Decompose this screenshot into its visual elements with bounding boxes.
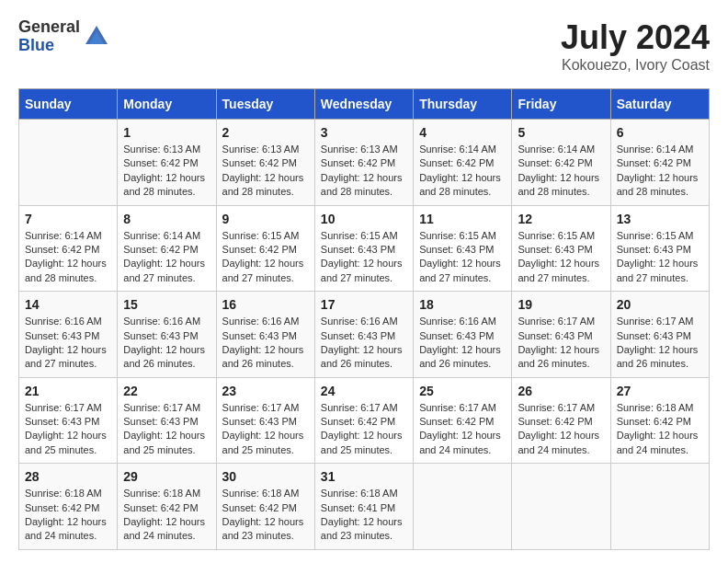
calendar-cell: 2Sunrise: 6:13 AM Sunset: 6:42 PM Daylig…: [216, 120, 314, 206]
day-info: Sunrise: 6:13 AM Sunset: 6:42 PM Dayligh…: [123, 143, 210, 200]
header: General Blue July 2024 Kokouezo, Ivory C…: [18, 18, 710, 74]
logo-icon: [84, 24, 109, 50]
day-info: Sunrise: 6:14 AM Sunset: 6:42 PM Dayligh…: [617, 143, 703, 200]
calendar-cell: 30Sunrise: 6:18 AM Sunset: 6:42 PM Dayli…: [216, 464, 314, 550]
day-number: 22: [123, 384, 210, 398]
day-info: Sunrise: 6:14 AM Sunset: 6:42 PM Dayligh…: [419, 143, 506, 200]
col-header-sunday: Sunday: [19, 89, 118, 120]
calendar-cell: 26Sunrise: 6:17 AM Sunset: 6:42 PM Dayli…: [512, 377, 610, 464]
calendar-cell: 5Sunrise: 6:14 AM Sunset: 6:42 PM Daylig…: [512, 120, 610, 206]
col-header-thursday: Thursday: [414, 89, 512, 120]
col-header-friday: Friday: [512, 89, 610, 120]
day-number: 30: [222, 469, 309, 484]
calendar-cell: [610, 464, 709, 550]
logo-general-text: General: [18, 18, 80, 37]
calendar-cell: 10Sunrise: 6:15 AM Sunset: 6:43 PM Dayli…: [314, 205, 413, 292]
day-number: 26: [518, 384, 604, 398]
day-number: 21: [25, 384, 111, 398]
calendar-cell: 27Sunrise: 6:18 AM Sunset: 6:42 PM Dayli…: [610, 377, 709, 464]
day-number: 3: [321, 125, 407, 140]
calendar-cell: [19, 120, 118, 206]
day-info: Sunrise: 6:17 AM Sunset: 6:43 PM Dayligh…: [518, 315, 604, 372]
day-number: 11: [419, 212, 506, 226]
day-info: Sunrise: 6:16 AM Sunset: 6:43 PM Dayligh…: [419, 315, 506, 372]
day-info: Sunrise: 6:18 AM Sunset: 6:42 PM Dayligh…: [222, 487, 309, 544]
calendar-cell: 18Sunrise: 6:16 AM Sunset: 6:43 PM Dayli…: [414, 292, 512, 378]
day-number: 31: [321, 469, 407, 484]
logo-blue-text: Blue: [18, 37, 80, 55]
col-header-wednesday: Wednesday: [314, 89, 413, 120]
day-number: 16: [222, 297, 309, 312]
day-number: 10: [321, 212, 407, 226]
day-info: Sunrise: 6:18 AM Sunset: 6:42 PM Dayligh…: [25, 487, 111, 544]
day-info: Sunrise: 6:17 AM Sunset: 6:42 PM Dayligh…: [419, 401, 506, 458]
day-info: Sunrise: 6:18 AM Sunset: 6:42 PM Dayligh…: [617, 401, 703, 458]
month-title: July 2024: [561, 18, 710, 57]
day-info: Sunrise: 6:16 AM Sunset: 6:43 PM Dayligh…: [321, 315, 407, 372]
day-info: Sunrise: 6:15 AM Sunset: 6:43 PM Dayligh…: [321, 229, 407, 286]
calendar-cell: 25Sunrise: 6:17 AM Sunset: 6:42 PM Dayli…: [414, 377, 512, 464]
week-row-1: 1Sunrise: 6:13 AM Sunset: 6:42 PM Daylig…: [19, 120, 710, 206]
day-info: Sunrise: 6:13 AM Sunset: 6:42 PM Dayligh…: [321, 143, 407, 200]
calendar-cell: 12Sunrise: 6:15 AM Sunset: 6:43 PM Dayli…: [512, 205, 610, 292]
day-info: Sunrise: 6:17 AM Sunset: 6:43 PM Dayligh…: [123, 401, 210, 458]
calendar-cell: 24Sunrise: 6:17 AM Sunset: 6:42 PM Dayli…: [314, 377, 413, 464]
location-title: Kokouezo, Ivory Coast: [561, 57, 710, 74]
calendar-cell: 17Sunrise: 6:16 AM Sunset: 6:43 PM Dayli…: [314, 292, 413, 378]
day-info: Sunrise: 6:14 AM Sunset: 6:42 PM Dayligh…: [518, 143, 604, 200]
calendar-cell: 31Sunrise: 6:18 AM Sunset: 6:41 PM Dayli…: [314, 464, 413, 550]
calendar-table: SundayMondayTuesdayWednesdayThursdayFrid…: [18, 88, 710, 550]
day-number: 6: [617, 125, 703, 140]
week-row-5: 28Sunrise: 6:18 AM Sunset: 6:42 PM Dayli…: [19, 464, 710, 550]
col-header-monday: Monday: [118, 89, 216, 120]
day-info: Sunrise: 6:16 AM Sunset: 6:43 PM Dayligh…: [25, 315, 111, 372]
day-info: Sunrise: 6:17 AM Sunset: 6:43 PM Dayligh…: [617, 315, 703, 372]
day-number: 15: [123, 297, 210, 312]
day-number: 13: [617, 212, 703, 226]
calendar-cell: 14Sunrise: 6:16 AM Sunset: 6:43 PM Dayli…: [19, 292, 118, 378]
title-area: July 2024 Kokouezo, Ivory Coast: [561, 18, 710, 74]
day-info: Sunrise: 6:16 AM Sunset: 6:43 PM Dayligh…: [222, 315, 309, 372]
calendar-cell: 1Sunrise: 6:13 AM Sunset: 6:42 PM Daylig…: [118, 120, 216, 206]
col-header-saturday: Saturday: [610, 89, 709, 120]
col-header-tuesday: Tuesday: [216, 89, 314, 120]
calendar-cell: 21Sunrise: 6:17 AM Sunset: 6:43 PM Dayli…: [19, 377, 118, 464]
calendar-cell: 29Sunrise: 6:18 AM Sunset: 6:42 PM Dayli…: [118, 464, 216, 550]
calendar-cell: 15Sunrise: 6:16 AM Sunset: 6:43 PM Dayli…: [118, 292, 216, 378]
day-number: 2: [222, 125, 309, 140]
day-info: Sunrise: 6:18 AM Sunset: 6:41 PM Dayligh…: [321, 487, 407, 544]
day-info: Sunrise: 6:15 AM Sunset: 6:43 PM Dayligh…: [518, 229, 604, 286]
calendar-cell: 8Sunrise: 6:14 AM Sunset: 6:42 PM Daylig…: [118, 205, 216, 292]
calendar-header-row: SundayMondayTuesdayWednesdayThursdayFrid…: [19, 89, 710, 120]
day-info: Sunrise: 6:17 AM Sunset: 6:43 PM Dayligh…: [25, 401, 111, 458]
day-number: 24: [321, 384, 407, 398]
day-number: 27: [617, 384, 703, 398]
day-info: Sunrise: 6:15 AM Sunset: 6:43 PM Dayligh…: [617, 229, 703, 286]
day-number: 5: [518, 125, 604, 140]
day-info: Sunrise: 6:17 AM Sunset: 6:42 PM Dayligh…: [518, 401, 604, 458]
calendar-cell: 9Sunrise: 6:15 AM Sunset: 6:42 PM Daylig…: [216, 205, 314, 292]
day-number: 29: [123, 469, 210, 484]
day-number: 7: [25, 212, 111, 226]
calendar-cell: [512, 464, 610, 550]
day-info: Sunrise: 6:14 AM Sunset: 6:42 PM Dayligh…: [123, 229, 210, 286]
day-number: 25: [419, 384, 506, 398]
week-row-3: 14Sunrise: 6:16 AM Sunset: 6:43 PM Dayli…: [19, 292, 710, 378]
day-info: Sunrise: 6:18 AM Sunset: 6:42 PM Dayligh…: [123, 487, 210, 544]
day-number: 23: [222, 384, 309, 398]
calendar-cell: 11Sunrise: 6:15 AM Sunset: 6:43 PM Dayli…: [414, 205, 512, 292]
day-info: Sunrise: 6:14 AM Sunset: 6:42 PM Dayligh…: [25, 229, 111, 286]
day-number: 9: [222, 212, 309, 226]
day-number: 18: [419, 297, 506, 312]
day-number: 8: [123, 212, 210, 226]
day-info: Sunrise: 6:13 AM Sunset: 6:42 PM Dayligh…: [222, 143, 309, 200]
day-info: Sunrise: 6:16 AM Sunset: 6:43 PM Dayligh…: [123, 315, 210, 372]
calendar-cell: 13Sunrise: 6:15 AM Sunset: 6:43 PM Dayli…: [610, 205, 709, 292]
calendar-cell: 4Sunrise: 6:14 AM Sunset: 6:42 PM Daylig…: [414, 120, 512, 206]
logo: General Blue: [18, 18, 109, 55]
calendar-cell: 22Sunrise: 6:17 AM Sunset: 6:43 PM Dayli…: [118, 377, 216, 464]
calendar-cell: [414, 464, 512, 550]
calendar-cell: 3Sunrise: 6:13 AM Sunset: 6:42 PM Daylig…: [314, 120, 413, 206]
calendar-cell: 28Sunrise: 6:18 AM Sunset: 6:42 PM Dayli…: [19, 464, 118, 550]
day-number: 14: [25, 297, 111, 312]
